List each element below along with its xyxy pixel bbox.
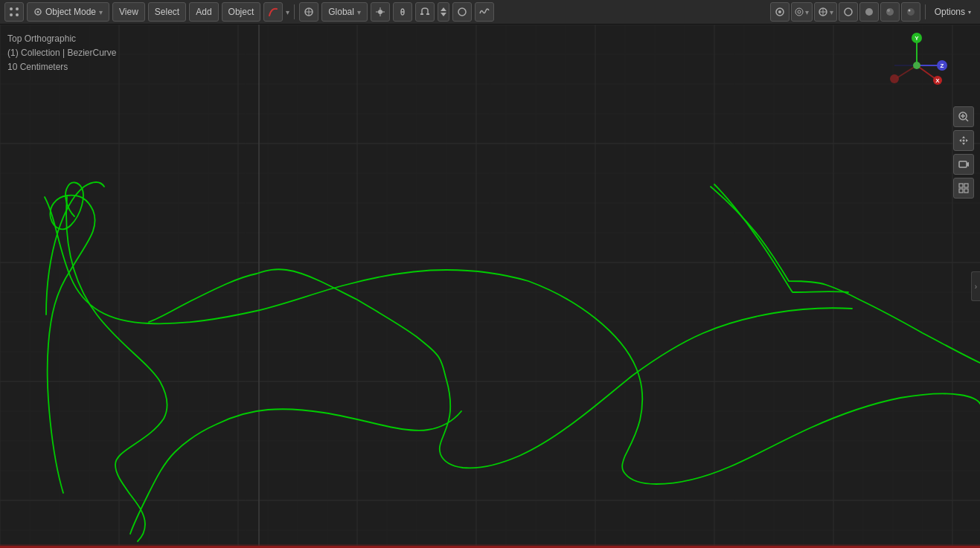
transform-icon[interactable] xyxy=(299,2,318,22)
svg-marker-16 xyxy=(441,13,446,16)
svg-point-1 xyxy=(16,7,19,10)
viewport-header-icons: ▾ ▾ xyxy=(770,2,920,22)
svg-point-5 xyxy=(37,11,39,13)
svg-point-2 xyxy=(10,13,13,16)
material-shading-icon[interactable] xyxy=(880,2,900,22)
grid-canvas xyxy=(0,25,980,548)
view-camera-icon[interactable] xyxy=(770,2,790,22)
toggle-quad-view-button[interactable] xyxy=(953,178,974,199)
svg-point-54 xyxy=(963,140,965,142)
svg-point-30 xyxy=(908,10,910,12)
svg-text:Y: Y xyxy=(915,35,919,42)
svg-point-41 xyxy=(890,74,899,83)
overlays-selector[interactable]: ▾ xyxy=(791,2,813,22)
editor-type-button[interactable] xyxy=(4,2,24,22)
svg-point-19 xyxy=(778,10,781,13)
svg-point-3 xyxy=(16,13,19,16)
mode-label: Object Mode xyxy=(45,7,96,17)
svg-rect-58 xyxy=(964,184,968,187)
svg-rect-60 xyxy=(964,189,968,193)
wireframe-shading-icon[interactable] xyxy=(839,2,858,22)
object-mode-selector[interactable]: Object Mode ▾ xyxy=(27,2,109,22)
svg-marker-15 xyxy=(441,7,446,11)
snap-magnet-icon[interactable] xyxy=(415,2,435,22)
svg-rect-59 xyxy=(959,189,963,193)
solid-shading-icon[interactable] xyxy=(859,2,879,22)
svg-point-29 xyxy=(907,8,915,16)
svg-point-26 xyxy=(865,8,873,16)
snap-settings-icon[interactable] xyxy=(438,2,449,22)
separator-1 xyxy=(294,4,295,19)
svg-point-0 xyxy=(10,7,13,10)
svg-point-17 xyxy=(458,8,466,16)
svg-point-49 xyxy=(913,62,920,69)
camera-view-button[interactable] xyxy=(953,154,974,175)
svg-text:Z: Z xyxy=(941,62,944,69)
gizmo-svg: Y Z X xyxy=(883,32,950,99)
right-tool-panel xyxy=(953,106,974,199)
snap-mode-icon[interactable] xyxy=(452,2,472,22)
select-menu[interactable]: Select xyxy=(148,2,186,22)
svg-point-25 xyxy=(845,8,852,16)
rendered-shading-icon[interactable] xyxy=(901,2,920,22)
sculpt-icon-button[interactable] xyxy=(263,2,283,22)
svg-point-21 xyxy=(798,10,801,13)
transform-orientation-selector[interactable]: Global ▾ xyxy=(321,2,368,22)
pivot-center-icon[interactable] xyxy=(371,2,390,22)
object-menu[interactable]: Object xyxy=(222,2,261,22)
svg-point-20 xyxy=(795,8,803,16)
collapse-right-panel-button[interactable]: › xyxy=(971,271,980,301)
zoom-in-button[interactable] xyxy=(953,106,974,127)
add-menu[interactable]: Add xyxy=(189,2,218,22)
svg-marker-56 xyxy=(967,162,969,167)
top-toolbar: Object Mode ▾ View Select Add Object ▾ G… xyxy=(0,0,980,25)
sculpt-chevron: ▾ xyxy=(286,8,289,16)
view-menu[interactable]: View xyxy=(112,2,145,22)
separator-right xyxy=(925,4,926,19)
mode-chevron: ▾ xyxy=(99,8,103,16)
pan-button[interactable] xyxy=(953,130,974,151)
svg-rect-55 xyxy=(959,161,967,167)
svg-rect-57 xyxy=(959,184,963,187)
proportional-edit-icon[interactable] xyxy=(393,2,412,22)
options-button[interactable]: Options ▾ xyxy=(930,2,976,22)
viewport[interactable]: Top Orthographic (1) Collection | Bezier… xyxy=(0,25,980,548)
svg-line-53 xyxy=(966,119,968,121)
proportional-wave-icon[interactable] xyxy=(475,2,494,22)
svg-point-27 xyxy=(886,8,894,16)
navigation-gizmo[interactable]: Y Z X xyxy=(883,32,950,99)
svg-point-28 xyxy=(887,9,890,12)
svg-text:X: X xyxy=(935,77,940,84)
gizmos-selector[interactable]: ▾ xyxy=(814,2,837,22)
